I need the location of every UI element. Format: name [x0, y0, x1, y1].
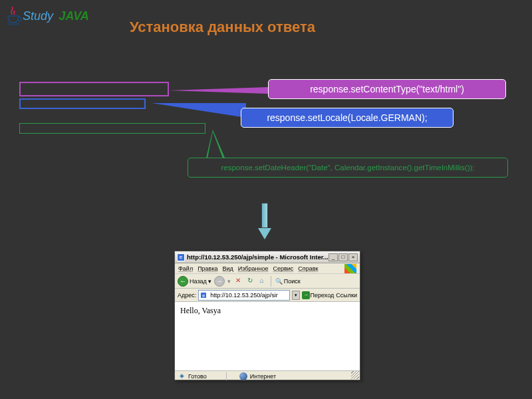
- internet-zone-icon: [239, 372, 247, 380]
- titlebar-text: http://10.12.53.250/ajp/simple - Microso…: [187, 253, 329, 261]
- resize-grip[interactable]: [351, 371, 359, 379]
- code-box-dateheader: [19, 123, 205, 134]
- forward-dropdown-icon: ▾: [227, 278, 231, 285]
- address-dropdown[interactable]: ▾: [292, 291, 300, 300]
- search-label: Поиск: [284, 278, 301, 285]
- browser-menubar: Файл Правка Вид Избранное Сервис Справк: [175, 263, 360, 274]
- callout-dateheader-text: response.setDateHeader("Date", Calendar.…: [221, 164, 474, 172]
- window-controls: _ □ ×: [329, 253, 358, 261]
- callout-pointer-purple: [169, 87, 268, 94]
- stop-button[interactable]: ✕: [233, 277, 243, 286]
- callout-pointer-green-fill: [207, 132, 223, 158]
- slide-title: Установка данных ответа: [130, 19, 315, 36]
- address-url: http://10.12.53.250/ajp/sir: [210, 292, 278, 299]
- menu-view[interactable]: Вид: [223, 265, 233, 272]
- address-input[interactable]: e http://10.12.53.250/ajp/sir: [198, 290, 289, 301]
- browser-titlebar: e http://10.12.53.250/ajp/simple - Micro…: [175, 251, 360, 263]
- logo: Study JAVA: [5, 7, 89, 25]
- browser-content: Hello, Vasya: [175, 302, 360, 370]
- logo-text-java: JAVA: [59, 9, 88, 23]
- browser-addressbar: Адрес: e http://10.12.53.250/ajp/sir ▾ →…: [175, 289, 360, 302]
- callout-pointer-blue: [146, 103, 246, 118]
- status-ready: Готово: [188, 373, 207, 380]
- menu-edit[interactable]: Правка: [198, 265, 217, 272]
- callout-contenttype-text: response.setContentType("text/html"): [310, 84, 464, 94]
- status-separator: [226, 372, 227, 380]
- callout-locale: response.setLocale(Locale.GERMAN);: [241, 108, 454, 128]
- toolbar-separator: [271, 276, 271, 287]
- go-arrow-icon: →: [302, 291, 310, 299]
- menu-favorites[interactable]: Избранное: [238, 265, 269, 272]
- back-label: Назад: [190, 278, 207, 285]
- callout-locale-text: response.setLocale(Locale.GERMAN);: [267, 112, 427, 123]
- maximize-button[interactable]: □: [338, 253, 348, 261]
- close-button[interactable]: ×: [348, 253, 358, 261]
- go-button[interactable]: → Переход: [302, 291, 334, 299]
- browser-window: e http://10.12.53.250/ajp/simple - Micro…: [174, 251, 360, 380]
- java-cup-icon: [5, 7, 21, 25]
- status-zone: Интернет: [250, 373, 276, 380]
- search-button[interactable]: 🔍 Поиск: [275, 278, 301, 285]
- refresh-button[interactable]: ↻: [245, 277, 255, 286]
- svg-point-0: [7, 23, 19, 25]
- callout-contenttype: response.setContentType("text/html"): [268, 79, 506, 99]
- windows-flag-icon: [344, 264, 356, 273]
- minimize-button[interactable]: _: [329, 253, 338, 261]
- links-label[interactable]: Ссылки: [336, 292, 357, 299]
- page-text: Hello, Vasya: [180, 306, 221, 315]
- arrow-down: [258, 203, 271, 239]
- back-dropdown-icon: ▾: [208, 278, 211, 285]
- back-arrow-icon: ←: [178, 276, 188, 287]
- browser-statusbar: ◈ Готово Интернет: [175, 370, 360, 381]
- forward-button[interactable]: →: [214, 276, 225, 287]
- menu-tools[interactable]: Сервис: [273, 265, 293, 272]
- ie-icon: e: [177, 253, 185, 261]
- logo-text-study: Study: [23, 9, 53, 23]
- status-done-icon: ◈: [178, 372, 186, 380]
- code-box-contenttype: [19, 82, 169, 96]
- address-label: Адрес:: [178, 292, 196, 299]
- code-box-locale: [19, 98, 146, 109]
- callout-dateheader: response.setDateHeader("Date", Calendar.…: [188, 158, 508, 178]
- back-button[interactable]: ← Назад ▾: [178, 276, 211, 287]
- page-icon: e: [200, 292, 207, 299]
- menu-help[interactable]: Справк: [298, 265, 318, 272]
- menu-file[interactable]: Файл: [178, 265, 193, 272]
- browser-toolbar: ← Назад ▾ → ▾ ✕ ↻ ⌂ 🔍 Поиск: [175, 274, 360, 289]
- go-label: Переход: [311, 292, 334, 299]
- search-icon: 🔍: [275, 278, 283, 285]
- home-button[interactable]: ⌂: [257, 277, 267, 286]
